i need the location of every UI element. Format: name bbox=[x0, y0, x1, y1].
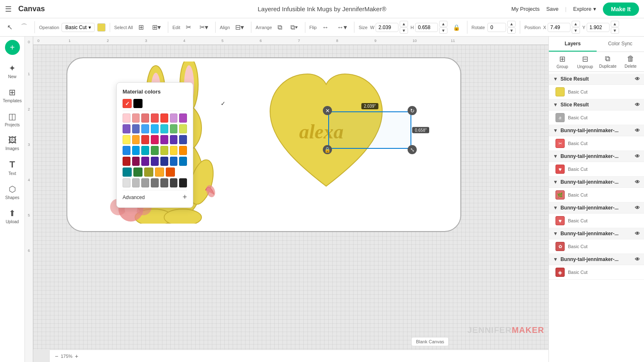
lock-aspect-button[interactable]: 🔒 bbox=[450, 22, 463, 32]
section-toggle-icon-4[interactable]: ▼ bbox=[553, 153, 558, 159]
layer-section-header-3[interactable]: ▼ Bunny-tail-jennimaker-... 👁 bbox=[549, 125, 644, 136]
select-all-button[interactable]: ⊞ bbox=[135, 22, 147, 33]
layer-section-header-4[interactable]: ▼ Bunny-tail-jennimaker-... 👁 bbox=[549, 151, 644, 162]
y-input[interactable] bbox=[587, 23, 610, 32]
zoom-in-button[interactable]: + bbox=[75, 353, 78, 360]
duplicate-button[interactable]: ⧉ Duplicate bbox=[598, 54, 618, 69]
color-swatch-2[interactable] bbox=[132, 113, 140, 123]
layer-section-header-2[interactable]: ▼ Slice Result 👁 bbox=[549, 99, 644, 111]
canvas-area[interactable]: 0 1 2 3 4 5 6 7 8 9 10 11 0 1 2 3 4 5 6 bbox=[25, 37, 548, 362]
selection-box[interactable]: ✕ ↻ 🔒 ⤡ 2.039" 0.658" bbox=[328, 111, 411, 149]
tab-layers[interactable]: Layers bbox=[549, 37, 597, 52]
color-swatch-29[interactable] bbox=[123, 157, 130, 166]
color-swatch-11[interactable] bbox=[151, 124, 159, 133]
color-swatch-32[interactable] bbox=[151, 157, 159, 166]
layer-section-header-6[interactable]: ▼ Bunny-tail-jennimaker-... 👁 bbox=[549, 202, 644, 214]
color-swatch-1[interactable] bbox=[123, 113, 130, 123]
section-toggle-icon[interactable]: ▼ bbox=[553, 76, 558, 82]
sidebar-item-upload[interactable]: ⬆ Upload bbox=[2, 205, 23, 227]
sidebar-item-templates[interactable]: ⊞ Templates bbox=[2, 84, 23, 106]
color-swatch-17[interactable] bbox=[141, 135, 149, 144]
color-swatch-gray-4[interactable] bbox=[151, 178, 159, 187]
layer-item-3[interactable]: ✂ Basic Cut bbox=[549, 136, 644, 151]
layer-section-header-8[interactable]: ▼ Bunny-tail-jennimaker-... 👁 bbox=[549, 254, 644, 265]
edit-options-button[interactable]: ✂▾ bbox=[197, 22, 211, 33]
color-swatch-12[interactable] bbox=[160, 124, 168, 133]
color-swatch-28[interactable] bbox=[179, 146, 187, 155]
visibility-eye-5[interactable]: 👁 bbox=[635, 179, 640, 185]
edit-button[interactable]: ✂ bbox=[183, 22, 194, 33]
sidebar-item-projects[interactable]: ◫ Projects bbox=[2, 108, 23, 131]
explore-button[interactable]: Explore ▾ bbox=[573, 6, 596, 12]
color-swatch-38[interactable] bbox=[144, 167, 153, 177]
layer-item-2[interactable]: a Basic Cut bbox=[549, 111, 644, 125]
layer-section-header-1[interactable]: ▼ Slice Result 👁 bbox=[549, 74, 644, 85]
layer-section-header-5[interactable]: ▼ Bunny-tail-jennimaker-... 👁 bbox=[549, 177, 644, 188]
sidebar-item-images[interactable]: 🖼 Images bbox=[2, 132, 23, 154]
flip-button[interactable]: ↔ bbox=[319, 22, 332, 33]
width-down-button[interactable]: ▼ bbox=[400, 27, 408, 34]
layer-item-5[interactable]: 🌿 Basic Cut bbox=[549, 188, 644, 202]
color-swatch-21[interactable] bbox=[179, 135, 187, 144]
make-it-button[interactable]: Make It bbox=[603, 2, 639, 16]
color-swatch-gray-2[interactable] bbox=[132, 178, 140, 187]
x-input[interactable] bbox=[548, 23, 570, 32]
arrange-button[interactable]: ⧉ bbox=[275, 22, 285, 33]
align-button[interactable]: ⊟▾ bbox=[232, 22, 247, 33]
rotate-up-button[interactable]: ▲ bbox=[507, 21, 516, 27]
section-toggle-icon-7[interactable]: ▼ bbox=[553, 231, 558, 236]
tab-color-sync[interactable]: Color Sync bbox=[597, 37, 644, 52]
rotate-input[interactable] bbox=[487, 23, 506, 32]
color-swatch-4[interactable] bbox=[151, 113, 159, 123]
layer-section-header-7[interactable]: ▼ Bunny-tail-jennimaker-... 👁 bbox=[549, 228, 644, 239]
visibility-eye-2[interactable]: 👁 bbox=[635, 102, 640, 108]
color-swatch-18[interactable] bbox=[151, 135, 159, 144]
flip-options-button[interactable]: ↔▾ bbox=[334, 22, 350, 33]
color-swatch-34[interactable] bbox=[170, 157, 178, 166]
color-swatch-31[interactable] bbox=[141, 157, 149, 166]
my-projects-link[interactable]: My Projects bbox=[511, 6, 540, 12]
color-swatch-gray-3[interactable] bbox=[141, 178, 149, 187]
layer-item-8[interactable]: ◈ Basic Cut bbox=[549, 265, 644, 280]
arrange-options-button[interactable]: ⧉▾ bbox=[288, 22, 301, 33]
group-button[interactable]: ⊞ Group bbox=[552, 54, 573, 69]
add-new-button[interactable]: + bbox=[5, 40, 20, 55]
contour-tool-button[interactable]: ⌒ bbox=[18, 21, 30, 33]
section-toggle-icon-6[interactable]: ▼ bbox=[553, 205, 558, 211]
height-input[interactable] bbox=[415, 23, 438, 32]
delete-handle[interactable]: ✕ bbox=[323, 106, 332, 115]
visibility-eye-1[interactable]: 👁 bbox=[635, 76, 640, 82]
lock-handle[interactable]: 🔒 bbox=[323, 145, 332, 154]
color-swatch-26[interactable] bbox=[160, 146, 168, 155]
layer-item-6[interactable]: ♥ Basic Cut bbox=[549, 214, 644, 228]
width-up-button[interactable]: ▲ bbox=[400, 21, 408, 27]
color-swatch-24[interactable] bbox=[141, 146, 149, 155]
color-swatch-36[interactable] bbox=[123, 167, 132, 177]
color-swatch-27[interactable] bbox=[170, 146, 178, 155]
color-swatch-gray-1[interactable] bbox=[123, 178, 130, 187]
color-swatch-22[interactable] bbox=[123, 146, 130, 155]
rotate-down-button[interactable]: ▼ bbox=[507, 27, 516, 34]
color-swatch-25[interactable] bbox=[151, 146, 159, 155]
color-swatch-23[interactable] bbox=[132, 146, 140, 155]
visibility-eye-8[interactable]: 👁 bbox=[635, 256, 640, 262]
color-swatch-33[interactable] bbox=[160, 157, 168, 166]
sidebar-item-shapes[interactable]: ⬡ Shapes bbox=[2, 181, 23, 203]
color-swatch-39[interactable] bbox=[155, 167, 164, 177]
sidebar-item-text[interactable]: T Text bbox=[2, 156, 23, 179]
section-toggle-icon-8[interactable]: ▼ bbox=[553, 256, 558, 262]
visibility-eye-4[interactable]: 👁 bbox=[635, 153, 640, 159]
visibility-eye-3[interactable]: 👁 bbox=[635, 128, 640, 133]
save-button[interactable]: Save bbox=[546, 6, 559, 12]
y-up-button[interactable]: ▲ bbox=[611, 21, 619, 27]
color-swatch-10[interactable] bbox=[141, 124, 149, 133]
section-toggle-icon-3[interactable]: ▼ bbox=[553, 128, 558, 133]
advanced-plus-button[interactable]: + bbox=[182, 193, 187, 202]
color-swatch-14[interactable] bbox=[179, 124, 187, 133]
operation-color-swatch[interactable] bbox=[97, 23, 106, 32]
x-down-button[interactable]: ▼ bbox=[572, 27, 580, 34]
section-toggle-icon-2[interactable]: ▼ bbox=[553, 102, 558, 108]
color-swatch-gray-7[interactable] bbox=[179, 178, 187, 187]
color-swatch-40[interactable] bbox=[166, 167, 175, 177]
scale-handle[interactable]: ⤡ bbox=[408, 145, 417, 154]
